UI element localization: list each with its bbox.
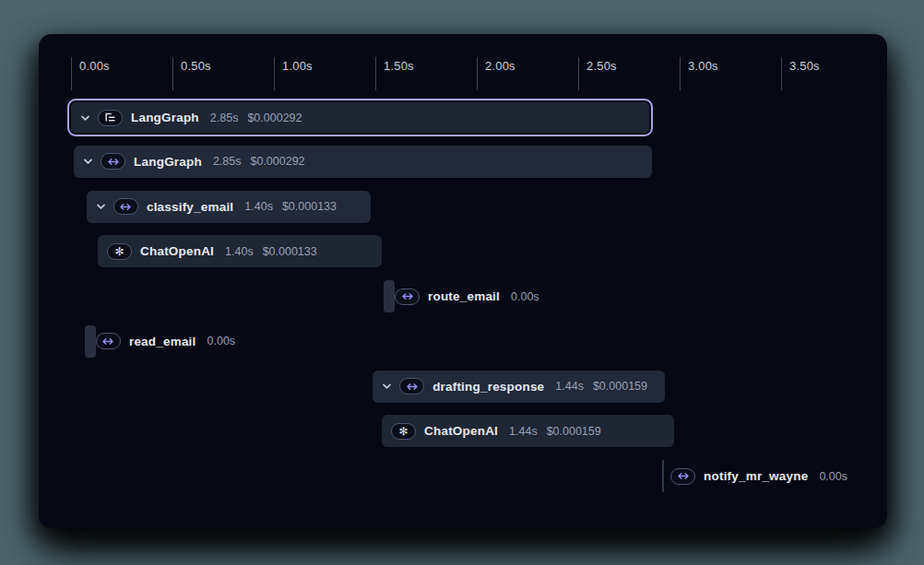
axis-tick-line — [578, 57, 579, 90]
arrows-glyph — [406, 383, 419, 391]
run-name: LangGraph — [131, 111, 199, 124]
run-duration: 0.00s — [207, 335, 236, 347]
run-cost: $0.000133 — [282, 200, 337, 213]
axis-tick-label: 1.00s — [282, 59, 313, 73]
selected-trace-row[interactable]: LangGraph2.85s$0.000292 — [67, 99, 653, 136]
tree-icon — [98, 110, 123, 126]
axis-tick-label: 2.50s — [586, 59, 617, 73]
duration-bar — [662, 460, 664, 492]
tree-glyph — [104, 112, 116, 123]
chevron-down-icon[interactable] — [382, 383, 392, 390]
openai-glyph: ✻ — [115, 246, 124, 257]
run-duration: 2.85s — [213, 155, 242, 168]
trace-row-langgraph[interactable]: LangGraph2.85s$0.000292 — [74, 146, 652, 178]
arrows-glyph — [401, 292, 414, 300]
arrows-glyph — [677, 472, 690, 480]
arrows-glyph — [107, 158, 120, 166]
axis-tick-line — [680, 57, 681, 90]
run-duration: 0.00s — [819, 470, 847, 483]
arrows-icon — [670, 468, 695, 485]
axis-tick-line — [172, 57, 173, 90]
run-duration: 1.44s — [509, 425, 538, 438]
trace-row-notify_mr_wayne[interactable]: notify_mr_wayne0.00s — [670, 460, 857, 492]
trace-row-drafting_response[interactable]: drafting_response1.44s$0.000159 — [373, 371, 665, 403]
axis-tick-label: 1.50s — [384, 59, 414, 73]
run-name: ChatOpenAI — [424, 424, 498, 438]
run-name: read_email — [129, 335, 196, 348]
run-name: notify_mr_wayne — [704, 469, 808, 483]
axis-tick-label: 3.50s — [789, 59, 820, 73]
run-name: route_email — [428, 289, 500, 303]
chevron-down-icon[interactable] — [96, 203, 106, 210]
run-name: drafting_response — [432, 380, 544, 394]
arrows-glyph — [119, 203, 132, 211]
run-duration: 1.40s — [225, 245, 254, 258]
arrows-icon — [113, 198, 138, 215]
run-duration: 1.44s — [555, 380, 584, 393]
arrows-icon — [96, 333, 121, 349]
axis-tick-label: 3.00s — [688, 59, 718, 73]
arrows-icon — [101, 153, 125, 170]
run-cost: $0.000292 — [250, 155, 304, 168]
trace-row-chatopenai[interactable]: ✻ChatOpenAI1.44s$0.000159 — [382, 415, 674, 447]
run-cost: $0.000159 — [593, 380, 647, 393]
axis-tick-line — [71, 57, 72, 90]
chevron-down-icon[interactable] — [80, 114, 90, 122]
trace-row-route_email[interactable]: route_email0.00s — [395, 280, 549, 312]
duration-bar — [85, 325, 96, 358]
openai-icon: ✻ — [107, 243, 132, 260]
axis-tick-label: 0.00s — [79, 59, 110, 73]
arrows-icon — [395, 288, 420, 305]
trace-waterfall-panel: 0.00s0.50s1.00s1.50s2.00s2.50s3.00s3.50s… — [39, 34, 887, 528]
axis-tick-line — [781, 57, 782, 90]
openai-glyph: ✻ — [399, 426, 409, 437]
chevron-down-icon[interactable] — [83, 158, 93, 165]
run-cost: $0.000292 — [247, 112, 302, 124]
run-name: ChatOpenAI — [140, 244, 214, 258]
duration-bar — [384, 280, 395, 312]
axis-tick-label: 0.50s — [181, 59, 211, 73]
arrows-glyph — [101, 337, 114, 346]
trace-row-classify_email[interactable]: classify_email1.40s$0.000133 — [87, 191, 371, 223]
run-duration: 0.00s — [511, 290, 539, 303]
axis-tick-line — [274, 57, 275, 90]
axis-tick-label: 2.00s — [485, 59, 515, 73]
openai-icon: ✻ — [391, 423, 416, 440]
run-duration: 1.40s — [244, 200, 273, 213]
trace-row-chatopenai[interactable]: ✻ChatOpenAI1.40s$0.000133 — [98, 235, 382, 267]
axis-tick-line — [375, 57, 376, 90]
trace-row-read_email[interactable]: read_email0.00s — [96, 325, 244, 358]
run-name: classify_email — [147, 200, 233, 214]
run-cost: $0.000159 — [547, 425, 601, 438]
run-cost: $0.000133 — [263, 245, 317, 258]
run-duration: 2.85s — [210, 112, 239, 124]
run-name: LangGraph — [134, 155, 202, 169]
axis-tick-line — [477, 57, 478, 90]
arrows-icon — [399, 378, 424, 394]
trace-row-langgraph[interactable]: LangGraph2.85s$0.000292 — [71, 102, 649, 133]
